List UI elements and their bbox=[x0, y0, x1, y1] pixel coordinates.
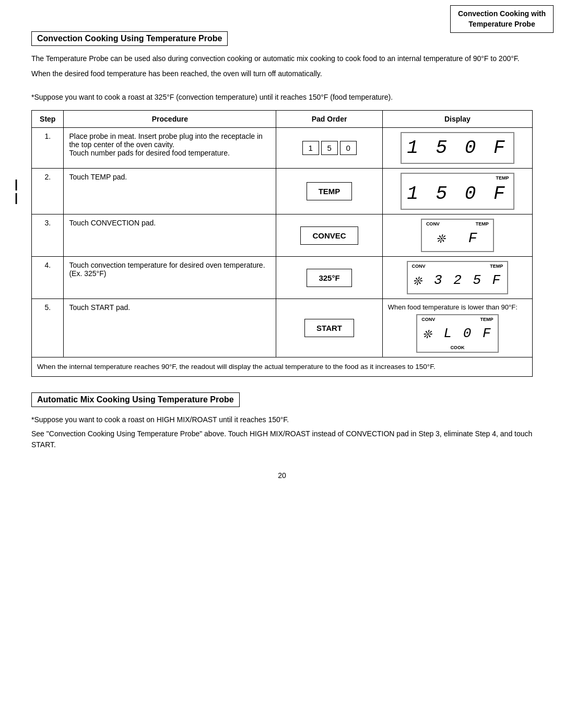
header-line2: Temperature Probe bbox=[468, 20, 535, 28]
pad-btn-convec: CONVEC bbox=[300, 226, 358, 245]
step-num-4: 4. bbox=[32, 257, 64, 299]
display-box-4: CONV TEMP ❊ 3 2 5 F bbox=[407, 261, 509, 294]
header-tab: Convection Cooking with Temperature Prob… bbox=[450, 5, 554, 33]
suppose-text: *Suppose you want to cook a roast at 325… bbox=[31, 92, 533, 103]
procedure-4: Touch convection temperature for desired… bbox=[64, 257, 276, 299]
section1-title: Convection Cooking Using Temperature Pro… bbox=[31, 31, 228, 46]
step-num-5: 5. bbox=[32, 299, 64, 357]
snowflake-icon: ❊ bbox=[436, 229, 446, 247]
display-box-3: CONV TEMP ❊ F bbox=[421, 219, 494, 252]
pad-order-4: 325°F bbox=[276, 257, 382, 299]
header-line1: Convection Cooking with bbox=[458, 9, 546, 18]
snowflake-icon-2: ❊ bbox=[413, 271, 424, 289]
pad-btn-325: 325°F bbox=[307, 269, 351, 287]
procedure-5: Touch START pad. bbox=[64, 299, 276, 357]
col-procedure: Procedure bbox=[64, 111, 276, 128]
display-box-1: 1 5 0 F bbox=[401, 132, 514, 164]
display-1: 1 5 0 F bbox=[382, 128, 532, 169]
pad-order-5: START bbox=[276, 299, 382, 357]
procedure-1: Place probe in meat. Insert probe plug i… bbox=[64, 128, 276, 169]
pad-btn-temp: TEMP bbox=[307, 182, 352, 200]
section2-line2: See "Convection Cooking Using Temperatur… bbox=[31, 428, 533, 450]
section2-title: Automatic Mix Cooking Using Temperature … bbox=[31, 392, 240, 407]
pad-btn-1: 1 bbox=[302, 141, 319, 155]
step-num-3: 3. bbox=[32, 214, 64, 257]
display-prefix-text: When food temperature is lower than 90°F… bbox=[388, 303, 527, 311]
snowflake-icon-3: ❊ bbox=[422, 325, 433, 342]
col-pad: Pad Order bbox=[276, 111, 382, 128]
pad-order-3: CONVEC bbox=[276, 214, 382, 257]
pad-btn-0: 0 bbox=[340, 141, 357, 155]
table-row: 3. Touch CONVECTION pad. CONVEC CONV TEM… bbox=[32, 214, 533, 257]
page-number: 20 bbox=[31, 471, 533, 480]
table-row: 5. Touch START pad. START When food temp… bbox=[32, 299, 533, 357]
col-step: Step bbox=[32, 111, 64, 128]
table-footnote-row: When the internal temperature reaches 90… bbox=[32, 357, 533, 377]
pad-btn-start: START bbox=[304, 319, 354, 337]
pad-order-1: 1 5 0 bbox=[276, 128, 382, 169]
left-bracket: || bbox=[15, 177, 18, 205]
intro-text-1: The Temperature Probe can be used also d… bbox=[31, 53, 533, 64]
display-box-5: CONV TEMP ❊ L 0 F COOK bbox=[416, 314, 498, 353]
procedure-3: Touch CONVECTION pad. bbox=[64, 214, 276, 257]
col-display: Display bbox=[382, 111, 532, 128]
intro-text-2: When the desired food temperature has be… bbox=[31, 68, 533, 79]
step-num-1: 1. bbox=[32, 128, 64, 169]
procedure-2: Touch TEMP pad. bbox=[64, 169, 276, 214]
display-4: CONV TEMP ❊ 3 2 5 F bbox=[382, 257, 532, 299]
display-2: TEMP 1 5 0 F bbox=[382, 169, 532, 214]
display-box-2: TEMP 1 5 0 F bbox=[401, 173, 514, 210]
table-row: 4. Touch convection temperature for desi… bbox=[32, 257, 533, 299]
footnote-cell: When the internal temperature reaches 90… bbox=[32, 357, 533, 377]
step-num-2: 2. bbox=[32, 169, 64, 214]
pad-order-2: TEMP bbox=[276, 169, 382, 214]
table-row: 2. Touch TEMP pad. TEMP TEMP 1 5 0 F bbox=[32, 169, 533, 214]
section2-line1: *Suppose you want to cook a roast on HIG… bbox=[31, 414, 533, 425]
display-3: CONV TEMP ❊ F bbox=[382, 214, 532, 257]
table-row: 1. Place probe in meat. Insert probe plu… bbox=[32, 128, 533, 169]
pad-btn-5: 5 bbox=[321, 141, 338, 155]
steps-table: Step Procedure Pad Order Display 1. Plac… bbox=[31, 110, 533, 377]
display-5: When food temperature is lower than 90°F… bbox=[382, 299, 532, 357]
section2: Automatic Mix Cooking Using Temperature … bbox=[31, 392, 533, 450]
